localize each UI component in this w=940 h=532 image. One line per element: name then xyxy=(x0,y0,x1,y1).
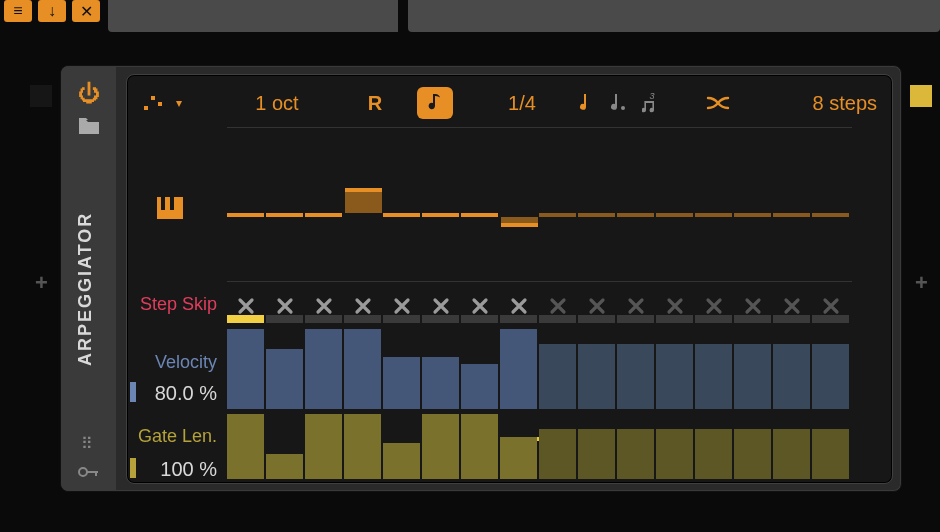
gate-step[interactable] xyxy=(773,429,810,479)
gate-step[interactable] xyxy=(461,414,498,479)
velocity-label[interactable]: Velocity xyxy=(127,352,217,373)
preset-folder-icon[interactable] xyxy=(61,118,116,139)
step-playhead-cell[interactable] xyxy=(305,315,342,323)
gate-step[interactable] xyxy=(305,414,342,479)
gate-step[interactable] xyxy=(695,429,732,479)
velocity-step[interactable] xyxy=(461,364,498,409)
gate-step[interactable] xyxy=(539,429,576,479)
pitch-step[interactable] xyxy=(812,213,849,217)
step-playhead-cell[interactable] xyxy=(344,315,381,323)
velocity-step[interactable] xyxy=(812,344,849,409)
add-device-left[interactable]: + xyxy=(35,270,48,296)
pitch-step[interactable] xyxy=(227,213,264,217)
pitch-step[interactable] xyxy=(266,213,303,217)
velocity-step[interactable] xyxy=(266,349,303,409)
steps-count[interactable]: 8 steps xyxy=(767,87,877,119)
step-playhead-cell[interactable] xyxy=(578,315,615,323)
gate-step[interactable] xyxy=(422,414,459,479)
velocity-step[interactable] xyxy=(305,329,342,409)
velocity-step[interactable] xyxy=(422,357,459,409)
modulation-icon[interactable] xyxy=(61,462,116,483)
svg-rect-4 xyxy=(151,96,155,100)
divider xyxy=(227,127,852,128)
gate-step[interactable] xyxy=(383,443,420,479)
gate-step[interactable] xyxy=(734,429,771,479)
pitch-step[interactable] xyxy=(617,213,654,217)
shuffle-icon[interactable] xyxy=(705,87,731,119)
step-playhead-cell[interactable] xyxy=(539,315,576,323)
step-playhead-cell[interactable] xyxy=(812,315,849,323)
gate-step[interactable] xyxy=(344,414,381,479)
pitch-step[interactable] xyxy=(344,188,383,213)
step-playhead-cell[interactable] xyxy=(266,315,303,323)
step-playhead-cell[interactable] xyxy=(695,315,732,323)
top-button-1[interactable]: ≡ xyxy=(4,0,32,22)
step-playhead-cell[interactable] xyxy=(461,315,498,323)
top-button-3[interactable]: ✕ xyxy=(72,0,100,22)
gate-step[interactable] xyxy=(656,429,693,479)
velocity-step[interactable] xyxy=(500,329,537,409)
gate-step[interactable] xyxy=(617,429,654,479)
step-playhead-cell[interactable] xyxy=(383,315,420,323)
pattern-mode-icon[interactable] xyxy=(139,87,167,119)
pattern-mode-dropdown[interactable]: ▾ xyxy=(169,87,189,119)
velocity-step[interactable] xyxy=(383,357,420,409)
step-playhead-cell[interactable] xyxy=(227,315,264,323)
velocity-value[interactable]: 80.0 % xyxy=(147,382,217,405)
rate-mode-note-icon[interactable] xyxy=(417,87,453,119)
velocity-step[interactable] xyxy=(773,344,810,409)
velocity-step[interactable] xyxy=(539,344,576,409)
svg-rect-5 xyxy=(158,102,162,106)
velocity-step[interactable] xyxy=(656,344,693,409)
pitch-step[interactable] xyxy=(422,213,459,217)
device-name[interactable]: ARPEGGIATOR xyxy=(75,212,96,366)
gate-step[interactable] xyxy=(500,437,537,479)
right-chip[interactable] xyxy=(910,85,932,107)
velocity-step[interactable] xyxy=(227,329,264,409)
pitch-step[interactable] xyxy=(734,213,771,217)
list-icon: ≡ xyxy=(13,2,22,20)
gate-step[interactable] xyxy=(227,414,264,479)
top-button-2[interactable]: ↓ xyxy=(38,0,66,22)
pitch-step[interactable] xyxy=(461,213,498,217)
pitch-step[interactable] xyxy=(500,217,539,227)
velocity-step[interactable] xyxy=(578,344,615,409)
note-length-dotted-icon[interactable] xyxy=(607,87,629,119)
pitch-step[interactable] xyxy=(305,213,342,217)
pitch-lane[interactable] xyxy=(227,145,851,285)
step-playhead-cell[interactable] xyxy=(617,315,654,323)
left-chip[interactable] xyxy=(30,85,52,107)
pitch-step[interactable] xyxy=(383,213,420,217)
retrigger-toggle[interactable]: R xyxy=(365,87,385,119)
rate-division[interactable]: 1/4 xyxy=(497,87,547,119)
step-playhead-cell[interactable] xyxy=(422,315,459,323)
velocity-step[interactable] xyxy=(617,344,654,409)
pitch-step[interactable] xyxy=(695,213,732,217)
velocity-step[interactable] xyxy=(344,329,381,409)
octave-range[interactable]: 1 oct xyxy=(237,87,317,119)
step-playhead-cell[interactable] xyxy=(500,315,537,323)
gate-value[interactable]: 100 % xyxy=(147,458,217,481)
power-icon[interactable]: ⏻ xyxy=(61,81,116,107)
remote-controls-icon[interactable]: ⠿ xyxy=(61,434,116,453)
note-length-triplet-icon[interactable]: 3 xyxy=(641,87,663,119)
velocity-step[interactable] xyxy=(695,344,732,409)
gate-step[interactable] xyxy=(812,429,849,479)
velocity-step[interactable] xyxy=(734,344,771,409)
pitch-step[interactable] xyxy=(656,213,693,217)
gate-step[interactable] xyxy=(266,454,303,479)
add-device-right[interactable]: + xyxy=(915,270,928,296)
step-playhead-cell[interactable] xyxy=(656,315,693,323)
gate-label[interactable]: Gate Len. xyxy=(127,426,217,447)
step-playhead-cell[interactable] xyxy=(734,315,771,323)
step-skip-label[interactable]: Step Skip xyxy=(127,294,217,315)
pitch-step[interactable] xyxy=(773,213,810,217)
svg-rect-8 xyxy=(161,197,165,210)
close-icon: ✕ xyxy=(80,2,93,21)
step-playhead-cell[interactable] xyxy=(773,315,810,323)
gate-step[interactable] xyxy=(578,429,615,479)
note-length-straight-icon[interactable] xyxy=(573,87,595,119)
pitch-step[interactable] xyxy=(578,213,615,217)
pitch-step[interactable] xyxy=(539,213,576,217)
pitch-lane-icon[interactable] xyxy=(157,197,183,225)
